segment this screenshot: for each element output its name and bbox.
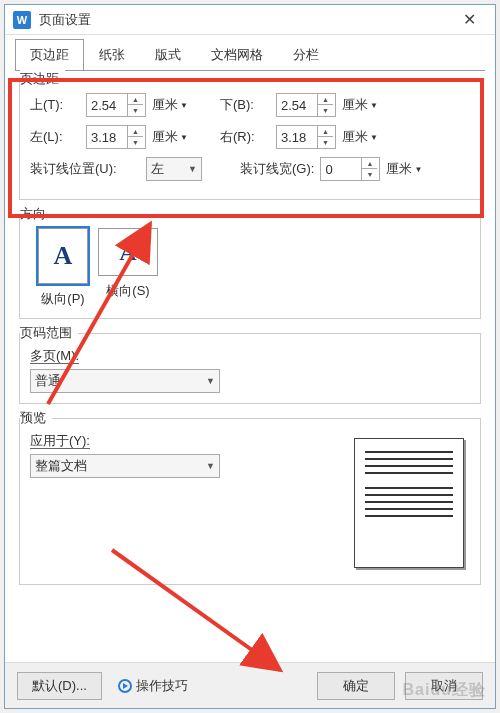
input-left-field[interactable] xyxy=(87,130,127,145)
chevron-down-icon: ▼ xyxy=(206,376,215,386)
spin-up-icon[interactable]: ▲ xyxy=(128,126,143,137)
landscape-icon: A xyxy=(98,228,158,276)
chevron-down-icon: ▼ xyxy=(414,165,422,174)
margins-legend: 页边距 xyxy=(20,70,65,88)
portrait-option[interactable]: A 纵向(P) xyxy=(38,228,88,308)
chevron-down-icon: ▼ xyxy=(370,101,378,110)
combo-apply-to[interactable]: 整篇文档▼ xyxy=(30,454,220,478)
spin-up-icon[interactable]: ▲ xyxy=(318,94,333,105)
input-gutter-w-field[interactable] xyxy=(321,162,361,177)
spin-down-icon[interactable]: ▼ xyxy=(128,105,143,116)
unit-right[interactable]: 厘米▼ xyxy=(342,128,386,146)
input-gutter-w[interactable]: ▲▼ xyxy=(320,157,380,181)
play-icon xyxy=(118,679,132,693)
page-range-group: 页码范围 多页(M): 普通▼ xyxy=(19,333,481,404)
spin-up-icon[interactable]: ▲ xyxy=(362,158,377,169)
orientation-legend: 方向 xyxy=(20,205,52,223)
spin-down-icon[interactable]: ▼ xyxy=(318,105,333,116)
margins-group: 页边距 上(T): ▲▼ 厘米▼ 下(B): ▲▼ 厘米▼ 左(L): ▲▼ 厘… xyxy=(19,79,481,200)
spin-up-icon[interactable]: ▲ xyxy=(318,126,333,137)
tab-paper[interactable]: 纸张 xyxy=(84,39,140,71)
label-gutter-pos: 装订线位置(U): xyxy=(30,160,140,178)
input-right[interactable]: ▲▼ xyxy=(276,125,336,149)
chevron-down-icon: ▼ xyxy=(370,133,378,142)
close-button[interactable]: ✕ xyxy=(451,6,487,34)
input-bottom-field[interactable] xyxy=(277,98,317,113)
page-setup-dialog: W 页面设置 ✕ 页边距 纸张 版式 文档网格 分栏 页边距 上(T): ▲▼ … xyxy=(4,4,496,709)
chevron-down-icon: ▼ xyxy=(188,164,197,174)
preview-group: 预览 应用于(Y): 整篇文档▼ xyxy=(19,418,481,585)
tab-columns[interactable]: 分栏 xyxy=(278,39,334,71)
tab-bar: 页边距 纸张 版式 文档网格 分栏 xyxy=(15,39,485,71)
unit-bottom[interactable]: 厘米▼ xyxy=(342,96,386,114)
watermark: Baidu经验 xyxy=(403,680,486,701)
spin-down-icon[interactable]: ▼ xyxy=(128,137,143,148)
titlebar: W 页面设置 ✕ xyxy=(5,5,495,35)
landscape-option[interactable]: A 横向(S) xyxy=(98,228,158,308)
label-bottom: 下(B): xyxy=(220,96,270,114)
input-top-field[interactable] xyxy=(87,98,127,113)
portrait-icon: A xyxy=(38,228,88,284)
ok-button[interactable]: 确定 xyxy=(317,672,395,700)
chevron-down-icon: ▼ xyxy=(180,133,188,142)
multi-pages-label: 多页(M): xyxy=(30,348,79,364)
input-top[interactable]: ▲▼ xyxy=(86,93,146,117)
dialog-title: 页面设置 xyxy=(39,11,451,29)
spin-down-icon[interactable]: ▼ xyxy=(362,169,377,180)
spin-up-icon[interactable]: ▲ xyxy=(128,94,143,105)
combo-gutter-pos[interactable]: 左▼ xyxy=(146,157,202,181)
combo-multi-pages[interactable]: 普通▼ xyxy=(30,369,220,393)
tab-grid[interactable]: 文档网格 xyxy=(196,39,278,71)
label-right: 右(R): xyxy=(220,128,270,146)
apply-to-label: 应用于(Y): xyxy=(30,433,90,449)
input-left[interactable]: ▲▼ xyxy=(86,125,146,149)
tab-layout[interactable]: 版式 xyxy=(140,39,196,71)
label-left: 左(L): xyxy=(30,128,80,146)
preview-legend: 预览 xyxy=(20,409,52,427)
input-right-field[interactable] xyxy=(277,130,317,145)
tips-link[interactable]: 操作技巧 xyxy=(118,677,188,695)
input-bottom[interactable]: ▲▼ xyxy=(276,93,336,117)
label-top: 上(T): xyxy=(30,96,80,114)
orientation-group: 方向 A 纵向(P) A 横向(S) xyxy=(19,214,481,319)
unit-gutter-w[interactable]: 厘米▼ xyxy=(386,160,430,178)
label-gutter-w: 装订线宽(G): xyxy=(240,160,314,178)
spin-down-icon[interactable]: ▼ xyxy=(318,137,333,148)
chevron-down-icon: ▼ xyxy=(206,461,215,471)
unit-top[interactable]: 厘米▼ xyxy=(152,96,196,114)
unit-left[interactable]: 厘米▼ xyxy=(152,128,196,146)
wps-icon: W xyxy=(13,11,31,29)
preview-thumbnail xyxy=(354,438,464,568)
page-range-legend: 页码范围 xyxy=(20,324,78,342)
default-button[interactable]: 默认(D)... xyxy=(17,672,102,700)
chevron-down-icon: ▼ xyxy=(180,101,188,110)
tab-margins[interactable]: 页边距 xyxy=(15,39,84,71)
